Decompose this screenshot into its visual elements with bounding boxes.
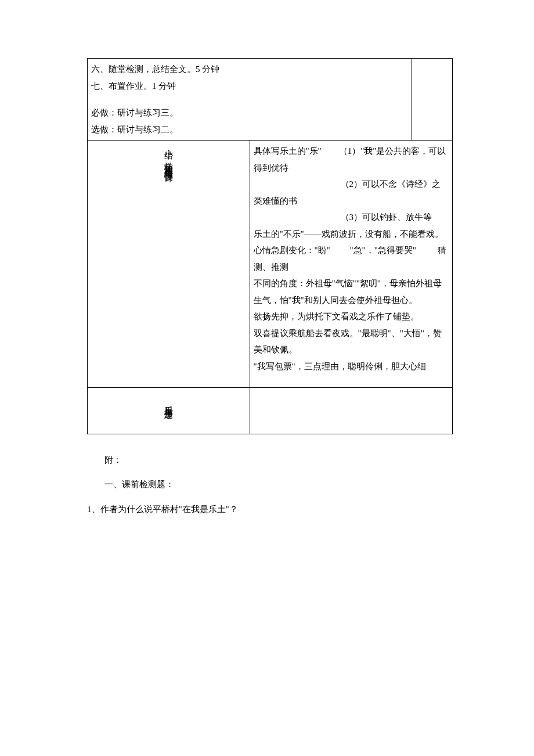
reflection-label-cell: 反思与重建 [88,388,250,434]
summary-line: 欲扬先抑，为烘托下文看戏之乐作了铺垫。 [254,308,449,325]
summary-line: 双喜提议乘航船去看夜戏。"最聪明"、"大悟"，赞美和钦佩。 [254,325,449,358]
summary-line: 不同的角度：外祖母"气恼""絮叨"，母亲怕外祖母生气，怕"我"和别人同去会使外祖… [254,275,449,308]
pretest-heading: 一、课前检测题： [87,476,453,493]
right-margin-cell [412,59,453,141]
summary-line: 乐土的"不乐"——戏前波折，没有船，不能看戏。 [254,226,449,243]
summary-content-cell: 具体写乐土的"乐" （1）"我"是公共的客，可以得到优待 （2）可以不念《诗经》… [250,141,453,388]
table-row-reflection: 反思与重建 [88,388,453,434]
table-row-summary: 小结：学科知识构建与板书设计 具体写乐土的"乐" （1）"我"是公共的客，可以得… [88,141,453,388]
table-row-activities: 六、随堂检测，总结全文。5 分钟 七、布置作业。1 分钟 必做：研讨与练习三。 … [88,59,453,141]
reflection-content-cell [250,388,453,434]
summary-line: （3）可以钓虾、放牛等 [254,209,449,226]
homework-optional: 选做：研讨与练习二。 [91,121,408,138]
summary-label: 小结：学科知识构建与板书设计 [160,143,177,168]
appendix-title: 附： [87,452,453,469]
appendix-section: 附： 一、课前检测题： 1、作者为什么说平桥村"在我是乐土"？ [87,452,453,518]
activity-line: 七、布置作业。1 分钟 [91,78,408,95]
summary-line: 具体写乐土的"乐" （1）"我"是公共的客，可以得到优待 [254,143,449,176]
summary-line: 心情急剧变化："盼" "急"，"急得要哭" 猜测、推测 [254,242,449,275]
homework-required: 必做：研讨与练习三。 [91,105,408,121]
reflection-label: 反思与重建 [160,399,177,405]
pretest-question: 1、作者为什么说平桥村"在我是乐土"？ [87,501,453,518]
summary-line: （2）可以不念《诗经》之类难懂的书 [254,176,449,209]
summary-line: "我写包票"，三点理由，聪明伶俐，胆大心细 [254,358,449,386]
lesson-plan-table: 六、随堂检测，总结全文。5 分钟 七、布置作业。1 分钟 必做：研讨与练习三。 … [87,58,453,434]
summary-label-cell: 小结：学科知识构建与板书设计 [88,141,250,388]
activity-line: 六、随堂检测，总结全文。5 分钟 [91,61,408,78]
activities-cell: 六、随堂检测，总结全文。5 分钟 七、布置作业。1 分钟 必做：研讨与练习三。 … [88,59,412,141]
